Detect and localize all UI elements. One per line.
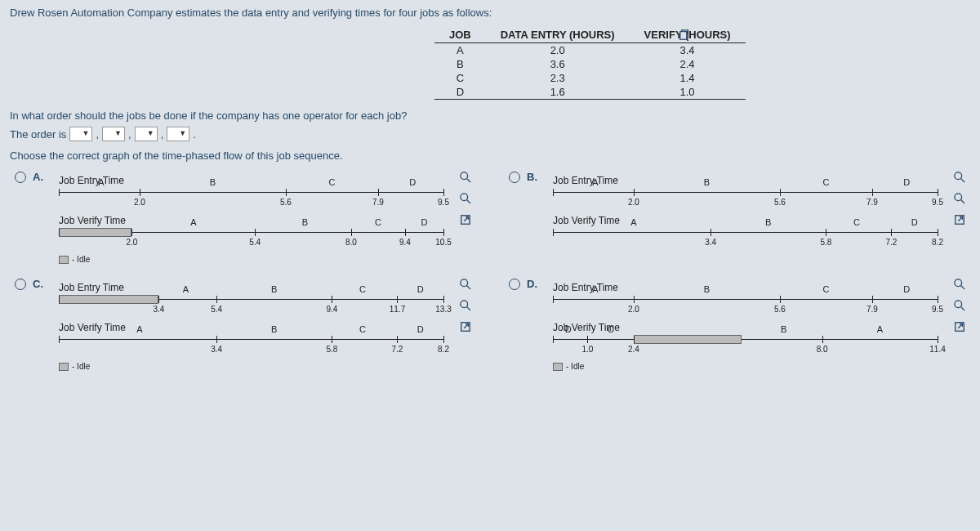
option-c-label: C. <box>33 278 49 290</box>
idle-legend: - Idle <box>72 255 90 264</box>
idle-swatch <box>59 256 69 264</box>
order-dropdown-1[interactable] <box>69 127 92 141</box>
svg-point-4 <box>461 194 468 201</box>
entry-title: Job Entry Time <box>59 175 443 186</box>
svg-line-18 <box>961 286 964 289</box>
verify-title: Job Verify Time <box>59 215 443 226</box>
svg-point-2 <box>461 172 468 180</box>
zoom-reset-icon[interactable] <box>952 191 967 206</box>
verify-title: Job Verify Time <box>553 215 938 226</box>
idle-legend: - Idle <box>566 362 584 371</box>
svg-line-10 <box>961 200 964 203</box>
svg-line-13 <box>467 286 470 289</box>
zoom-in-icon[interactable] <box>458 277 473 292</box>
entry-title: Job Entry Time <box>553 175 938 186</box>
popout-icon[interactable] <box>458 319 473 334</box>
order-dropdown-3[interactable] <box>135 127 158 141</box>
idle-legend: - Idle <box>72 362 90 371</box>
svg-point-12 <box>461 279 468 287</box>
zoom-in-icon[interactable] <box>952 277 967 292</box>
radio-d[interactable] <box>509 279 520 290</box>
svg-line-15 <box>467 307 470 310</box>
option-d[interactable]: D. Job Entry Time A B C D 2.0 5.6 7.9 9.… <box>509 277 970 374</box>
entry-title: Job Entry Time <box>59 282 443 293</box>
zoom-in-icon[interactable] <box>458 170 473 185</box>
question-order: In what order should the jobs be done if… <box>10 109 970 122</box>
popout-icon[interactable] <box>458 212 473 227</box>
order-dropdown-2[interactable] <box>102 127 125 141</box>
svg-line-8 <box>961 179 964 182</box>
svg-point-9 <box>955 194 962 201</box>
svg-line-20 <box>961 307 964 310</box>
table-row: B3.62.4 <box>434 57 746 71</box>
zoom-reset-icon[interactable] <box>458 191 473 206</box>
table-row: A2.03.4 <box>434 43 746 58</box>
idle-swatch <box>59 363 69 371</box>
radio-c[interactable] <box>15 279 26 290</box>
popout-icon[interactable] <box>952 319 967 334</box>
verify-title: Job Verify Time <box>59 322 443 333</box>
table-row: D1.61.0 <box>434 85 746 100</box>
svg-point-7 <box>955 172 962 180</box>
entry-title: Job Entry Time <box>553 282 938 293</box>
option-d-label: D. <box>527 278 543 290</box>
svg-point-19 <box>955 301 962 308</box>
svg-rect-1 <box>680 32 687 40</box>
svg-line-3 <box>467 179 470 182</box>
radio-a[interactable] <box>15 172 26 183</box>
radio-b[interactable] <box>509 172 520 183</box>
zoom-reset-icon[interactable] <box>458 298 473 313</box>
col-entry: DATA ENTRY (HOURS) <box>486 27 630 43</box>
zoom-reset-icon[interactable] <box>952 298 967 313</box>
col-job: JOB <box>434 27 486 43</box>
option-a[interactable]: A. Job Entry Time A B C D 2.0 5.6 7.9 9.… <box>15 170 476 267</box>
idle-swatch <box>553 363 563 371</box>
problem-intro: Drew Rosen Automation Company estimates … <box>10 7 970 19</box>
svg-point-17 <box>955 279 962 287</box>
zoom-in-icon[interactable] <box>952 170 967 185</box>
svg-line-5 <box>467 200 470 203</box>
jobs-table: JOB DATA ENTRY (HOURS) VERIFY (HOURS) A2… <box>434 27 746 100</box>
option-b[interactable]: B. Job Entry Time A B C D 2.0 5.6 7.9 9.… <box>509 170 970 267</box>
choose-graph: Choose the correct graph of the time-pha… <box>10 149 970 162</box>
copy-table-icon[interactable] <box>679 29 691 41</box>
order-prefix: The order is <box>10 128 66 141</box>
order-dropdown-4[interactable] <box>167 127 189 141</box>
option-c[interactable]: C. Job Entry Time A B C D 3.4 5.4 9.4 11… <box>15 277 476 374</box>
option-a-label: A. <box>33 171 49 183</box>
option-b-label: B. <box>527 171 543 183</box>
svg-point-14 <box>461 301 468 308</box>
table-row: C2.31.4 <box>434 71 746 85</box>
popout-icon[interactable] <box>952 212 967 227</box>
